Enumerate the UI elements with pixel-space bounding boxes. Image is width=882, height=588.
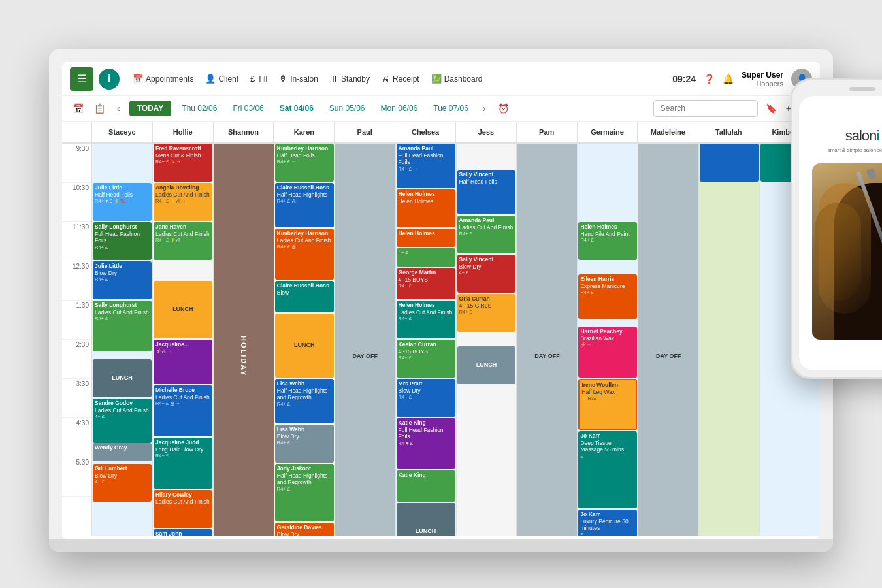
appt-staceyc-6[interactable]: Wendy Gray: [93, 443, 152, 461]
holiday-label: HOLIDAY: [240, 336, 248, 377]
col-karen: Kimberley Harrison Half Head Foils R4+ £…: [274, 144, 335, 536]
next-arrow[interactable]: ›: [479, 102, 490, 115]
appt-karen-4[interactable]: Claire Russell-Ross Blow: [275, 281, 334, 312]
top-nav: ☰ i 📅 Appointments 👤 Client £ Till 🎙 In-…: [62, 62, 820, 96]
appt-chelsea-5[interactable]: George Martin 4 -15 BOYS R4+ £: [397, 268, 455, 299]
nav-dashboard-label: Dashboard: [444, 74, 483, 84]
appt-germaine-4[interactable]: Irene Woollen Half Leg Wax ⚡R3£: [578, 379, 637, 430]
date-mon[interactable]: Mon 06/06: [376, 101, 423, 116]
col-shannon: HOLIDAY: [214, 144, 274, 536]
appt-hollie-lunch: LUNCH: [154, 281, 212, 338]
appt-staceyc-4[interactable]: Sally Longhurst Ladies Cut And Finish R4…: [93, 301, 152, 351]
appt-staceyc-3[interactable]: Julie Little Blow Dry R4+ £: [93, 261, 152, 299]
madeleine-dayoff: DAY OFF: [638, 144, 698, 536]
appt-staceyc-5[interactable]: Sandre Godoy Ladies Cut And Finish 4+ £: [93, 399, 152, 443]
appt-tallulah-1[interactable]: [700, 144, 759, 182]
appt-staceyc-lunch: LUNCH: [93, 359, 152, 397]
nav-insalon-label: In-salon: [290, 74, 318, 84]
phone-screen: saloni smart & simple salon software: [799, 96, 882, 370]
appt-chelsea-8[interactable]: Mrs Pratt Blow Dry R4+ £: [397, 379, 455, 417]
date-tue[interactable]: Tue 07/06: [428, 101, 474, 116]
till-icon: £: [250, 74, 255, 84]
calendar-view-btn[interactable]: 📅: [70, 101, 86, 116]
appt-hollie-4[interactable]: Jacqueline... ⚡🖨→: [154, 340, 212, 384]
header-karen: Karen: [274, 122, 335, 142]
curling-iron-handle: [866, 167, 877, 180]
nav-standby[interactable]: ⏸ Standby: [330, 74, 370, 84]
header-staceyc: Staceyc: [92, 122, 153, 142]
appt-hollie-7[interactable]: Hilary Cowley Ladies Cut And Finish: [154, 490, 212, 528]
appt-karen-1[interactable]: Kimberley Harrison Half Head Foils R4+ £…: [275, 144, 334, 182]
user-salon: Hoopers: [742, 80, 783, 88]
appt-hollie-2[interactable]: Angela Dowding Ladies Cut And Finish R4+…: [154, 183, 212, 221]
appt-karen-6[interactable]: Lisa Webb Blow Dry R4+ £: [275, 425, 334, 463]
appt-hollie-5[interactable]: Michelle Bruce Ladies Cut And Finish R4+…: [154, 385, 212, 436]
appt-germaine-2[interactable]: Eileen Harris Express Manicure R4+ £: [578, 274, 637, 319]
nav-client[interactable]: 👤 Client: [205, 74, 238, 84]
nav-receipt[interactable]: 🖨 Receipt: [382, 74, 419, 84]
bookmark-btn[interactable]: 🔖: [763, 101, 779, 116]
appt-chelsea-9[interactable]: Katie King Full Head Fashion Foils R4 ♥ …: [397, 418, 455, 469]
header-chelsea: Chelsea: [395, 122, 456, 142]
prev-arrow[interactable]: ‹: [113, 102, 124, 115]
search-input[interactable]: [653, 100, 758, 117]
date-sun[interactable]: Sun 05/06: [324, 101, 370, 116]
appt-karen-3[interactable]: Kimberley Harrison Ladies Cut And Finish…: [275, 229, 334, 280]
phone-frame: saloni smart & simple salon software: [791, 78, 882, 379]
appt-chelsea-1[interactable]: Amanda Paul Full Head Fashion Foils R4+ …: [397, 144, 455, 188]
date-fri[interactable]: Fri 03/06: [227, 101, 269, 116]
list-view-btn[interactable]: 📋: [91, 101, 108, 116]
appt-jess-4[interactable]: Orla Curran 4 - 15 GIRLS R4+ £: [457, 294, 516, 332]
nav-appointments[interactable]: 📅 Appointments: [133, 74, 193, 84]
nav-insalon[interactable]: 🎙 In-salon: [279, 74, 318, 84]
shannon-holiday: HOLIDAY: [214, 144, 274, 536]
laptop-base: [49, 539, 833, 552]
calendar-grid: Staceyc Hollie Shannon Karen Paul Chelse…: [62, 122, 820, 536]
today-button[interactable]: TODAY: [129, 101, 172, 116]
clock-btn[interactable]: ⏰: [495, 101, 512, 116]
time-1230: 12:30: [62, 261, 91, 301]
appt-staceyc-2[interactable]: Sally Longhurst Full Head Fashion Foils …: [93, 222, 152, 260]
notification-icon[interactable]: 🔔: [723, 74, 734, 84]
appt-chelsea-3[interactable]: Helen Holmes: [397, 229, 455, 247]
appt-hollie-6[interactable]: Jacqueline Judd Long Hair Blow Dry R4+ £: [154, 438, 212, 489]
menu-button[interactable]: ☰: [70, 67, 93, 91]
phone-hair-image: [812, 163, 882, 340]
appt-germaine-1[interactable]: Helen Holmes Hand File And Paint R4+ £: [578, 222, 637, 260]
appt-chelsea-lunch: LUNCH: [397, 503, 455, 536]
appt-karen-5[interactable]: Lisa Webb Half Head Highlights and Regro…: [275, 379, 334, 423]
appt-chelsea-7[interactable]: Keelan Curran 4 -15 BOYS R4+ £: [397, 340, 455, 378]
appt-hollie-3[interactable]: Jane Raven Ladies Cut And Finish R4+ £ ⚡…: [154, 222, 212, 260]
appt-hollie-1[interactable]: Fred Ravenscroft Mens Cut & Finish R4+ £…: [154, 144, 212, 182]
hair-wave-2: [815, 203, 861, 301]
appointments-icon: 📅: [133, 74, 143, 84]
phone-notch: [849, 87, 875, 91]
date-sat[interactable]: Sat 04/06: [274, 101, 319, 116]
laptop-frame: ☰ i 📅 Appointments 👤 Client £ Till 🎙 In-…: [49, 49, 833, 552]
appt-staceyc-7[interactable]: Gill Lambert Blow Dry 4+ £ →: [93, 464, 152, 502]
appt-chelsea-6[interactable]: Helen Holmes Ladies Cut And Finish R4+ £: [397, 301, 455, 338]
appt-karen-7[interactable]: Jody Jiskoot Half Head Highlights and Re…: [275, 464, 334, 521]
col-jess: Sally Vincent Half Head Foils Amanda Pau…: [457, 144, 517, 536]
appt-germaine-3[interactable]: Harriet Peachey Brazilian Wax ⚡→: [578, 327, 637, 378]
nav-till[interactable]: £ Till: [250, 74, 267, 84]
appt-chelsea-2[interactable]: Helen Holmes Helen Holmes: [397, 189, 455, 227]
help-icon[interactable]: ❓: [704, 74, 715, 84]
appt-karen-8[interactable]: Geraldine Davies Blow Dry R4+ £: [275, 523, 334, 536]
time-header-spacer: [62, 122, 92, 142]
appt-hollie-8[interactable]: Sam John 4 -15 BOYS R4+ £: [154, 529, 212, 536]
header-tallulah: Tallulah: [698, 122, 759, 142]
appt-chelsea-10[interactable]: Katie King: [397, 470, 455, 502]
appt-chelsea-4[interactable]: 4+ £: [397, 248, 455, 267]
appt-germaine-5[interactable]: Jo Karr Deep Tissue Massage 55 mins £: [578, 431, 637, 508]
nav-dashboard[interactable]: 💹 Dashboard: [431, 74, 483, 84]
col-staceyc: Julie Little Half Head Foils R4+ ♥ £ ⚡🔖→…: [92, 144, 153, 536]
app-logo: i: [99, 69, 120, 90]
appt-jess-3[interactable]: Sally Vincent Blow Dry 4+ £: [457, 255, 516, 293]
appt-germaine-6[interactable]: Jo Karr Luxury Pedicure 60 minutes £: [578, 510, 637, 536]
appt-jess-2[interactable]: Amanda Paul Ladies Cut And Finish R4+ £: [457, 216, 516, 253]
date-thu[interactable]: Thu 02/06: [176, 101, 222, 116]
appt-karen-2[interactable]: Claire Russell-Ross Half Head Highlights…: [275, 183, 334, 227]
appt-staceyc-1[interactable]: Julie Little Half Head Foils R4+ ♥ £ ⚡🔖→: [93, 183, 152, 221]
appt-jess-1[interactable]: Sally Vincent Half Head Foils: [457, 170, 516, 214]
